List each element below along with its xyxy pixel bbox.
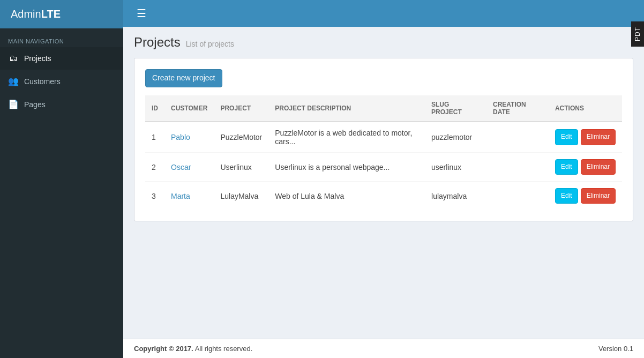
table-row: 3 Marta LulayMalva Web of Lula & Malva l… [145,182,622,211]
col-id: ID [145,95,164,122]
top-navbar: ☰ [123,0,644,27]
footer-version: Version 0.1 [598,345,633,353]
cell-actions: Edit Eliminar [549,122,622,153]
page-subtitle: List of projects [186,40,234,48]
cell-slug: lulaymalva [425,182,486,211]
main-content: Create new project ID CUSTOMER PROJECT P… [123,58,644,339]
col-creation-date: CREATION DATE [486,95,549,122]
nav-section-label: MAIN NAVIGATION [0,33,123,47]
sidebar-item-projects[interactable]: 🗂 Projects [0,47,123,70]
col-project: PROJECT [214,95,268,122]
footer-version-label: Version [598,345,621,353]
cell-id: 1 [145,122,164,153]
cell-actions: Edit Eliminar [549,152,622,181]
col-slug: SLUG PROJECT [425,95,486,122]
footer-copyright-text: Copyright © 2017. [134,345,193,353]
table-body: 1 Pablo PuzzleMotor PuzzleMotor is a web… [145,122,622,210]
cell-creation-date [486,152,549,181]
edit-button-0[interactable]: Edit [555,129,578,145]
customer-link-2[interactable]: Marta [171,192,190,200]
col-description: PROJECT DESCRIPTION [268,95,425,122]
sidebar-header: AdminLTE [0,0,123,28]
delete-button-0[interactable]: Eliminar [581,129,616,145]
customers-icon: 👥 [8,76,19,86]
footer-copyright: Copyright © 2017. All rights reserved. [134,345,252,353]
brand-name-bold: LTE [41,8,61,20]
cell-actions: Edit Eliminar [549,182,622,211]
table-row: 2 Oscar Userlinux Userlinux is a persona… [145,152,622,181]
cell-slug: userlinux [425,152,486,181]
brand-name-regular: Admin [11,8,41,20]
brand-logo: AdminLTE [11,8,61,20]
edit-button-1[interactable]: Edit [555,159,578,175]
page-title: Projects [134,35,181,50]
col-customer: CUSTOMER [164,95,214,122]
cell-id: 2 [145,152,164,181]
cell-description: Userlinux is a personal webpage... [268,152,425,181]
right-side-tab: PDT [631,21,644,47]
sidebar-item-customers[interactable]: 👥 Customers [0,70,123,93]
cell-project: Userlinux [214,152,268,181]
sidebar-item-pages-label: Pages [24,100,46,109]
create-new-project-button[interactable]: Create new project [145,69,222,87]
cell-description: PuzzleMotor is a web dedicated to motor,… [268,122,425,153]
sidebar-item-customers-label: Customers [24,77,61,86]
table-header: ID CUSTOMER PROJECT PROJECT DESCRIPTION … [145,95,622,122]
cell-creation-date [486,122,549,153]
content-wrapper: ☰ Projects List of projects Create new p… [123,0,644,358]
cell-description: Web of Lula & Malva [268,182,425,211]
cell-customer: Pablo [164,122,214,153]
customer-link-1[interactable]: Oscar [171,163,191,171]
hamburger-icon: ☰ [137,8,146,19]
pages-icon: 📄 [8,99,19,109]
delete-button-2[interactable]: Eliminar [581,188,616,204]
sidebar-item-projects-label: Projects [24,54,51,63]
table-row: 1 Pablo PuzzleMotor PuzzleMotor is a web… [145,122,622,153]
projects-box: Create new project ID CUSTOMER PROJECT P… [134,58,633,221]
cell-customer: Oscar [164,152,214,181]
edit-button-2[interactable]: Edit [555,188,578,204]
footer-rights-text: All rights reserved. [195,345,253,353]
projects-table: ID CUSTOMER PROJECT PROJECT DESCRIPTION … [145,95,622,210]
sidebar: AdminLTE MAIN NAVIGATION 🗂 Projects 👥 Cu… [0,0,123,358]
content-header: Projects List of projects [123,27,644,58]
cell-project: LulayMalva [214,182,268,211]
page-footer: Copyright © 2017. All rights reserved. V… [123,339,644,358]
cell-customer: Marta [164,182,214,211]
cell-id: 3 [145,182,164,211]
sidebar-item-pages[interactable]: 📄 Pages [0,93,123,116]
table-header-row: ID CUSTOMER PROJECT PROJECT DESCRIPTION … [145,95,622,122]
col-actions: ACTIONS [549,95,622,122]
customer-link-0[interactable]: Pablo [171,133,190,141]
cell-slug: puzzlemotor [425,122,486,153]
footer-version-number: 0.1 [624,345,633,353]
cell-creation-date [486,182,549,211]
projects-icon: 🗂 [8,54,19,63]
box-body: Create new project ID CUSTOMER PROJECT P… [134,58,633,221]
sidebar-toggle-button[interactable]: ☰ [131,4,152,23]
cell-project: PuzzleMotor [214,122,268,153]
delete-button-1[interactable]: Eliminar [581,159,616,175]
